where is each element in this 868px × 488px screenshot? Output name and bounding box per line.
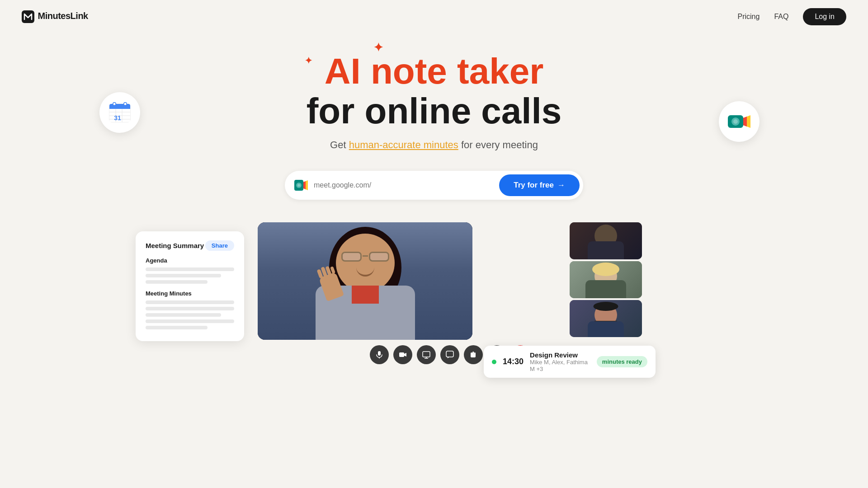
hero-line2-text: for online calls <box>307 91 562 131</box>
svg-rect-25 <box>399 352 404 357</box>
hero-title: AI ✦ ✦ note taker for online calls <box>307 52 562 131</box>
svg-rect-33 <box>471 355 476 357</box>
meeting-time: 14:30 <box>503 357 524 366</box>
search-bar: Try for free → <box>285 171 583 200</box>
svg-rect-6 <box>109 107 130 109</box>
hero-subtitle: Get human-accurate minutes for every mee… <box>9 139 859 151</box>
svg-rect-29 <box>446 351 453 357</box>
google-meet-icon <box>719 101 760 142</box>
hero-highlight-text: human-accurate minutes <box>349 139 458 150</box>
svg-point-16 <box>124 103 127 105</box>
meeting-notification: 14:30 Design Review Mike M, Alex, Fathim… <box>484 346 656 378</box>
hero-title-wrapper: AI ✦ ✦ note taker for online calls <box>307 52 562 131</box>
svg-rect-23 <box>378 351 381 356</box>
try-free-button[interactable]: Try for free → <box>499 174 580 196</box>
video-demo-wrapper: Meeting Summary Share Agenda Meeting Min… <box>226 222 642 364</box>
faq-link[interactable]: FAQ <box>774 13 788 21</box>
video-thumbnails <box>570 222 642 337</box>
minutes-section-title: Meeting Minutes <box>146 290 234 297</box>
person-shirt <box>352 286 379 304</box>
minutes-line-5 <box>146 326 208 329</box>
pricing-link[interactable]: Pricing <box>737 13 760 21</box>
hero-ai-text: AI <box>325 51 361 91</box>
login-button[interactable]: Log in <box>803 8 846 25</box>
nav-links: Pricing FAQ Log in <box>737 8 846 25</box>
video-section: Meeting Summary Share Agenda Meeting Min… <box>0 222 868 364</box>
video-thumb-2 <box>570 261 642 298</box>
video-grid-wrapper <box>253 222 642 340</box>
meeting-participants: Mike M, Alex, Fathima M +3 <box>530 359 590 372</box>
svg-rect-0 <box>22 10 34 23</box>
person-glasses <box>340 252 390 263</box>
arrow-right-icon: → <box>557 181 565 190</box>
meeting-active-indicator <box>492 360 496 364</box>
search-input[interactable] <box>314 181 499 189</box>
hero-note-taker-text: note taker <box>371 51 543 91</box>
svg-rect-26 <box>423 352 430 357</box>
chat-button[interactable] <box>440 345 459 364</box>
camera-button[interactable] <box>393 345 412 364</box>
svg-point-19 <box>733 119 738 124</box>
search-section: Try for free → <box>0 171 868 200</box>
minutes-line-1 <box>146 300 234 304</box>
google-calendar-icon: 31 <box>99 92 140 133</box>
svg-text:31: 31 <box>114 114 121 122</box>
mic-button[interactable] <box>370 345 389 364</box>
video-thumb-1 <box>570 222 642 259</box>
navbar: MinutesLink Pricing FAQ Log in <box>0 0 868 33</box>
sparkle-left-icon: ✦ <box>305 56 312 66</box>
video-thumb-3 <box>570 300 642 337</box>
meeting-info: Design Review Mike M, Alex, Fathima M +3 <box>530 351 590 372</box>
logo-name: MinutesLink <box>38 11 88 21</box>
hand-raise-button[interactable] <box>464 345 483 364</box>
agenda-line-2 <box>146 274 221 277</box>
share-button[interactable]: Share <box>205 240 234 251</box>
hero-section: 31 AI ✦ ✦ note tak <box>0 33 868 151</box>
sparkle-top-icon: ✦ <box>373 41 383 54</box>
summary-card-header: Meeting Summary Share <box>146 240 234 251</box>
logo-text: MinutesLink <box>22 10 88 23</box>
agenda-line-3 <box>146 280 208 284</box>
screen-share-button[interactable] <box>417 345 436 364</box>
search-google-meet-icon <box>294 178 308 192</box>
main-video <box>258 222 472 340</box>
agenda-line-1 <box>146 267 234 271</box>
minutes-line-2 <box>146 307 234 310</box>
minutes-line-4 <box>146 319 234 323</box>
meeting-summary-card: Meeting Summary Share Agenda Meeting Min… <box>136 231 244 341</box>
minutes-line-3 <box>146 313 221 317</box>
summary-card-title: Meeting Summary <box>146 242 204 249</box>
agenda-section-title: Agenda <box>146 257 234 264</box>
svg-point-22 <box>297 184 300 187</box>
logo: MinutesLink <box>22 10 88 23</box>
meeting-name: Design Review <box>530 351 590 359</box>
minutes-ready-badge: minutes ready <box>597 356 647 367</box>
svg-point-14 <box>113 103 116 105</box>
